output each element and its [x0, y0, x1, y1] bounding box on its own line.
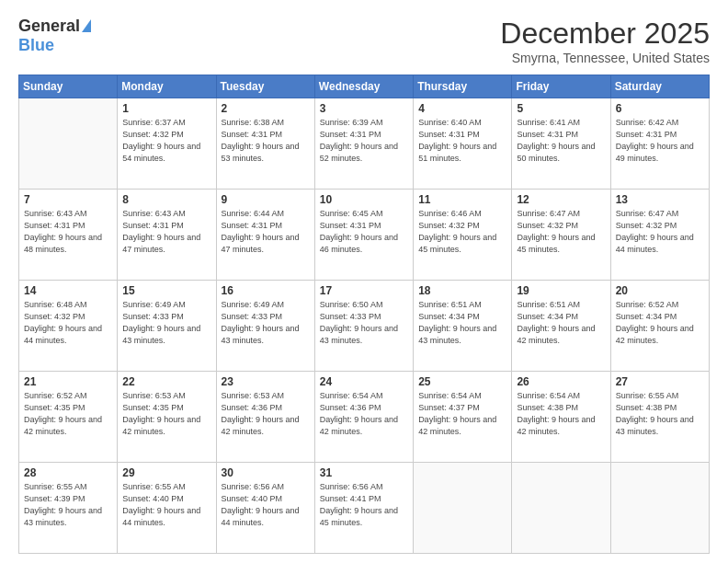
- weekday-header-tuesday: Tuesday: [216, 75, 314, 98]
- calendar-cell: [19, 98, 118, 190]
- calendar-cell: [414, 463, 512, 554]
- day-info: Sunrise: 6:55 AMSunset: 4:38 PMDaylight:…: [616, 390, 704, 438]
- weekday-header-friday: Friday: [512, 75, 610, 98]
- calendar-cell: 21Sunrise: 6:52 AMSunset: 4:35 PMDayligh…: [19, 372, 118, 463]
- day-number: 22: [122, 375, 210, 388]
- day-info: Sunrise: 6:53 AMSunset: 4:35 PMDaylight:…: [122, 390, 210, 438]
- day-info: Sunrise: 6:55 AMSunset: 4:39 PMDaylight:…: [24, 481, 112, 529]
- calendar-cell: 1Sunrise: 6:37 AMSunset: 4:32 PMDaylight…: [118, 98, 216, 190]
- weekday-header-monday: Monday: [118, 75, 216, 98]
- day-info: Sunrise: 6:54 AMSunset: 4:36 PMDaylight:…: [320, 390, 408, 438]
- day-info: Sunrise: 6:54 AMSunset: 4:37 PMDaylight:…: [418, 390, 506, 438]
- calendar-cell: 22Sunrise: 6:53 AMSunset: 4:35 PMDayligh…: [118, 372, 216, 463]
- day-info: Sunrise: 6:40 AMSunset: 4:31 PMDaylight:…: [418, 117, 506, 165]
- calendar-cell: 13Sunrise: 6:47 AMSunset: 4:32 PMDayligh…: [610, 190, 709, 281]
- day-info: Sunrise: 6:43 AMSunset: 4:31 PMDaylight:…: [24, 208, 112, 256]
- calendar-cell: 15Sunrise: 6:49 AMSunset: 4:33 PMDayligh…: [118, 281, 216, 372]
- day-number: 10: [320, 193, 408, 206]
- day-info: Sunrise: 6:44 AMSunset: 4:31 PMDaylight:…: [222, 208, 310, 256]
- day-number: 13: [616, 193, 704, 206]
- week-row-3: 21Sunrise: 6:52 AMSunset: 4:35 PMDayligh…: [19, 372, 710, 463]
- day-number: 27: [616, 375, 704, 388]
- calendar-cell: 9Sunrise: 6:44 AMSunset: 4:31 PMDaylight…: [216, 190, 314, 281]
- calendar-cell: 7Sunrise: 6:43 AMSunset: 4:31 PMDaylight…: [19, 190, 118, 281]
- calendar-cell: 12Sunrise: 6:47 AMSunset: 4:32 PMDayligh…: [512, 190, 610, 281]
- title-block: December 2025 Smyrna, Tennessee, United …: [500, 17, 710, 65]
- logo-triangle-icon: [82, 19, 91, 32]
- day-info: Sunrise: 6:55 AMSunset: 4:40 PMDaylight:…: [122, 481, 210, 529]
- day-number: 14: [24, 284, 112, 297]
- calendar-cell: [512, 463, 610, 554]
- day-number: 29: [122, 466, 210, 479]
- calendar-cell: [610, 463, 709, 554]
- calendar-cell: 14Sunrise: 6:48 AMSunset: 4:32 PMDayligh…: [19, 281, 118, 372]
- day-info: Sunrise: 6:56 AMSunset: 4:41 PMDaylight:…: [320, 481, 408, 529]
- day-number: 8: [122, 193, 210, 206]
- day-number: 17: [320, 284, 408, 297]
- day-number: 15: [122, 284, 210, 297]
- calendar-cell: 4Sunrise: 6:40 AMSunset: 4:31 PMDaylight…: [414, 98, 512, 190]
- day-info: Sunrise: 6:42 AMSunset: 4:31 PMDaylight:…: [616, 117, 704, 165]
- day-number: 26: [517, 375, 605, 388]
- week-row-4: 28Sunrise: 6:55 AMSunset: 4:39 PMDayligh…: [19, 463, 710, 554]
- weekday-header-row: SundayMondayTuesdayWednesdayThursdayFrid…: [19, 75, 710, 98]
- calendar-cell: 30Sunrise: 6:56 AMSunset: 4:40 PMDayligh…: [216, 463, 314, 554]
- calendar-cell: 6Sunrise: 6:42 AMSunset: 4:31 PMDaylight…: [610, 98, 709, 190]
- day-info: Sunrise: 6:52 AMSunset: 4:35 PMDaylight:…: [24, 390, 112, 438]
- calendar-cell: 25Sunrise: 6:54 AMSunset: 4:37 PMDayligh…: [414, 372, 512, 463]
- location: Smyrna, Tennessee, United States: [500, 51, 710, 65]
- weekday-header-thursday: Thursday: [414, 75, 512, 98]
- day-info: Sunrise: 6:39 AMSunset: 4:31 PMDaylight:…: [320, 117, 408, 165]
- day-number: 1: [122, 102, 210, 115]
- calendar-cell: 2Sunrise: 6:38 AMSunset: 4:31 PMDaylight…: [216, 98, 314, 190]
- calendar-cell: 10Sunrise: 6:45 AMSunset: 4:31 PMDayligh…: [314, 190, 413, 281]
- week-row-1: 7Sunrise: 6:43 AMSunset: 4:31 PMDaylight…: [19, 190, 710, 281]
- calendar-cell: 16Sunrise: 6:49 AMSunset: 4:33 PMDayligh…: [216, 281, 314, 372]
- day-number: 4: [418, 102, 506, 115]
- day-number: 2: [222, 102, 310, 115]
- day-number: 20: [616, 284, 704, 297]
- day-number: 7: [24, 193, 112, 206]
- calendar-cell: 8Sunrise: 6:43 AMSunset: 4:31 PMDaylight…: [118, 190, 216, 281]
- calendar-cell: 28Sunrise: 6:55 AMSunset: 4:39 PMDayligh…: [19, 463, 118, 554]
- calendar-cell: 19Sunrise: 6:51 AMSunset: 4:34 PMDayligh…: [512, 281, 610, 372]
- header: General Blue December 2025 Smyrna, Tenne…: [18, 17, 710, 65]
- calendar-cell: 18Sunrise: 6:51 AMSunset: 4:34 PMDayligh…: [414, 281, 512, 372]
- weekday-header-sunday: Sunday: [19, 75, 118, 98]
- logo-general: General: [18, 17, 80, 36]
- day-info: Sunrise: 6:51 AMSunset: 4:34 PMDaylight:…: [418, 299, 506, 347]
- weekday-header-saturday: Saturday: [610, 75, 709, 98]
- day-info: Sunrise: 6:56 AMSunset: 4:40 PMDaylight:…: [222, 481, 310, 529]
- day-number: 9: [222, 193, 310, 206]
- calendar-cell: 29Sunrise: 6:55 AMSunset: 4:40 PMDayligh…: [118, 463, 216, 554]
- day-info: Sunrise: 6:54 AMSunset: 4:38 PMDaylight:…: [517, 390, 605, 438]
- day-info: Sunrise: 6:47 AMSunset: 4:32 PMDaylight:…: [616, 208, 704, 256]
- calendar-cell: 27Sunrise: 6:55 AMSunset: 4:38 PMDayligh…: [610, 372, 709, 463]
- day-info: Sunrise: 6:38 AMSunset: 4:31 PMDaylight:…: [222, 117, 310, 165]
- calendar-cell: 24Sunrise: 6:54 AMSunset: 4:36 PMDayligh…: [314, 372, 413, 463]
- calendar-table: SundayMondayTuesdayWednesdayThursdayFrid…: [18, 75, 710, 554]
- day-info: Sunrise: 6:47 AMSunset: 4:32 PMDaylight:…: [517, 208, 605, 256]
- calendar-cell: 23Sunrise: 6:53 AMSunset: 4:36 PMDayligh…: [216, 372, 314, 463]
- day-info: Sunrise: 6:46 AMSunset: 4:32 PMDaylight:…: [418, 208, 506, 256]
- calendar-cell: 20Sunrise: 6:52 AMSunset: 4:34 PMDayligh…: [610, 281, 709, 372]
- day-info: Sunrise: 6:48 AMSunset: 4:32 PMDaylight:…: [24, 299, 112, 347]
- day-info: Sunrise: 6:41 AMSunset: 4:31 PMDaylight:…: [517, 117, 605, 165]
- day-info: Sunrise: 6:51 AMSunset: 4:34 PMDaylight:…: [517, 299, 605, 347]
- calendar-cell: 5Sunrise: 6:41 AMSunset: 4:31 PMDaylight…: [512, 98, 610, 190]
- day-number: 11: [418, 193, 506, 206]
- week-row-2: 14Sunrise: 6:48 AMSunset: 4:32 PMDayligh…: [19, 281, 710, 372]
- week-row-0: 1Sunrise: 6:37 AMSunset: 4:32 PMDaylight…: [19, 98, 710, 190]
- day-number: 31: [320, 466, 408, 479]
- day-info: Sunrise: 6:52 AMSunset: 4:34 PMDaylight:…: [616, 299, 704, 347]
- day-number: 12: [517, 193, 605, 206]
- day-number: 16: [222, 284, 310, 297]
- day-number: 28: [24, 466, 112, 479]
- day-number: 5: [517, 102, 605, 115]
- day-number: 18: [418, 284, 506, 297]
- calendar-cell: 3Sunrise: 6:39 AMSunset: 4:31 PMDaylight…: [314, 98, 413, 190]
- day-info: Sunrise: 6:37 AMSunset: 4:32 PMDaylight:…: [122, 117, 210, 165]
- logo-blue: Blue: [18, 36, 54, 55]
- weekday-header-wednesday: Wednesday: [314, 75, 413, 98]
- logo: General Blue: [18, 17, 91, 55]
